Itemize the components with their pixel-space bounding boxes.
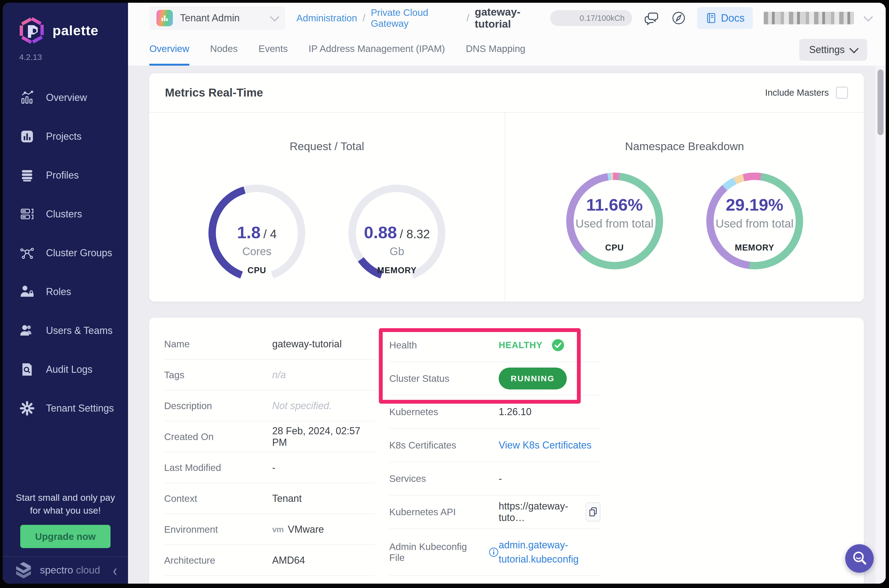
sidebar-item-users-teams[interactable]: Users & Teams <box>3 311 128 350</box>
check-badge-icon <box>552 339 564 351</box>
explore-button[interactable] <box>671 10 686 26</box>
promo-line2: for what you use! <box>3 504 128 517</box>
brand-strong: spectro <box>40 564 73 576</box>
chevron-down-icon <box>270 12 279 22</box>
scope-selector[interactable]: Tenant Admin <box>149 6 285 30</box>
breadcrumb-administration[interactable]: Administration <box>296 13 357 24</box>
cpu-donut-subtitle: Used from total <box>575 217 653 230</box>
admin-kubeconfig-link[interactable]: admin.gateway-tutorial.kubeconfig <box>499 538 627 566</box>
metrics-card-title: Metrics Real-Time <box>165 86 263 99</box>
include-masters-label: Include Masters <box>765 87 829 98</box>
view-k8s-certificates-link[interactable]: View K8s Certificates <box>499 440 592 451</box>
detail-row-services: Services - <box>389 462 601 495</box>
sidebar-item-tenant-settings[interactable]: Tenant Settings <box>3 389 128 428</box>
tab-overview[interactable]: Overview <box>149 33 189 66</box>
sidebar-collapse-chevron[interactable]: ‹ <box>113 561 117 580</box>
copy-button[interactable] <box>586 502 601 522</box>
memory-donut-subtitle: Used from total <box>716 217 793 230</box>
memory-gauge-unit: Gb <box>389 245 404 258</box>
row-label: Health <box>389 340 499 351</box>
row-label: Environment <box>164 524 272 535</box>
support-search-fab[interactable] <box>845 544 874 573</box>
sidebar-item-overview[interactable]: Overview <box>3 78 128 117</box>
sidebar-item-audit-logs[interactable]: Audit Logs <box>3 350 128 389</box>
scope-selector-label: Tenant Admin <box>180 12 240 24</box>
row-label: Last Modified <box>164 462 272 473</box>
detail-row-environment: Environment vm VMware <box>164 514 375 545</box>
copy-icon <box>589 507 598 517</box>
sidebar-item-projects[interactable]: Projects <box>3 117 128 156</box>
upgrade-promo: Start small and only pay for what you us… <box>3 491 128 548</box>
memory-gauge-caption: MEMORY <box>348 266 445 275</box>
main-content: Metrics Real-Time Include Masters Reques… <box>128 66 886 584</box>
row-value: 28 Feb, 2024, 02:57 PM <box>272 425 375 448</box>
info-icon[interactable] <box>489 547 499 557</box>
breadcrumb: Administration / Private Cloud Gateway /… <box>296 6 550 30</box>
detail-row-k8s-certificates: K8s Certificates View K8s Certificates <box>389 429 601 462</box>
detail-row-last-modified: Last Modified - <box>164 452 375 483</box>
sidebar-item-label: Tenant Settings <box>46 403 114 414</box>
compass-icon <box>671 10 686 26</box>
row-label: Name <box>164 339 272 350</box>
clusters-server-icon <box>20 207 35 222</box>
breadcrumb-private-cloud-gateway[interactable]: Private Cloud Gateway <box>371 7 461 29</box>
tab-ipam[interactable]: IP Address Management (IPAM) <box>309 33 445 66</box>
settings-button[interactable]: Settings <box>799 39 867 61</box>
sidebar-item-label: Cluster Groups <box>46 247 112 259</box>
memory-request-gauge: 0.88/ 8.32 Gb MEMORY <box>348 184 445 281</box>
scrollbar-thumb[interactable] <box>877 69 883 135</box>
upgrade-now-button[interactable]: Upgrade now <box>20 525 111 548</box>
detail-row-description: Description Not specified. <box>164 390 375 422</box>
promo-line1: Start small and only pay <box>3 491 128 504</box>
cluster-status-value: RUNNING <box>499 368 601 390</box>
detail-row-kubernetes: Kubernetes 1.26.10 <box>389 396 601 429</box>
book-icon <box>706 12 717 24</box>
feedback-button[interactable] <box>643 10 660 27</box>
sidebar-item-label: Roles <box>46 286 71 297</box>
cpu-donut-caption: CPU <box>605 243 624 253</box>
cpu-request-gauge: 1.8/ 4 Cores CPU <box>209 184 305 281</box>
include-masters-checkbox[interactable] <box>836 87 848 99</box>
cpu-gauge-value: 1.8/ 4 <box>237 223 276 242</box>
request-total-title: Request / Total <box>149 140 505 153</box>
tab-bar: Overview Nodes Events IP Address Managem… <box>128 33 886 66</box>
row-label: Created On <box>164 431 272 442</box>
settings-button-label: Settings <box>809 44 845 56</box>
sidebar-item-label: Audit Logs <box>46 364 92 375</box>
tab-events[interactable]: Events <box>258 33 288 66</box>
namespace-breakdown-title: Namespace Breakdown <box>505 140 864 153</box>
chevron-down-icon[interactable] <box>863 12 873 22</box>
sidebar-item-roles[interactable]: Roles <box>3 272 128 311</box>
running-status-badge: RUNNING <box>499 368 567 390</box>
row-value: gateway-tutorial <box>272 338 375 350</box>
gear-icon <box>20 401 35 416</box>
tab-dns-mapping[interactable]: DNS Mapping <box>466 33 526 66</box>
row-value: vm VMware <box>272 524 375 535</box>
brand-light: cloud <box>76 564 100 576</box>
row-value: Tenant <box>272 493 375 504</box>
sidebar-item-label: Projects <box>46 131 81 142</box>
row-label: Context <box>164 493 272 504</box>
magnifier-smile-icon <box>850 549 868 567</box>
user-menu-redacted[interactable] <box>764 12 854 24</box>
row-value: 1.26.10 <box>499 406 601 418</box>
sidebar-item-profiles[interactable]: Profiles <box>3 156 128 195</box>
docs-button[interactable]: Docs <box>697 7 753 29</box>
detail-row-health: Health HEALTHY <box>389 329 601 362</box>
chat-bubbles-icon <box>643 10 660 27</box>
row-label: Kubernetes API <box>389 507 499 518</box>
memory-namespace-donut: 29.19% Used from total MEMORY <box>706 172 803 269</box>
sidebar-item-label: Clusters <box>46 208 82 220</box>
sidebar-item-clusters[interactable]: Clusters <box>3 195 128 234</box>
cluster-groups-network-icon <box>20 246 35 260</box>
vmware-icon: vm <box>272 525 283 534</box>
detail-row-tags: Tags n/a <box>164 360 375 390</box>
breadcrumb-separator: / <box>467 12 469 24</box>
tab-nodes[interactable]: Nodes <box>210 33 238 66</box>
sidebar-item-cluster-groups[interactable]: Cluster Groups <box>3 234 128 272</box>
detail-row-admin-kubeconfig: Admin Kubeconfig File admin.gateway-tuto… <box>389 529 601 576</box>
sidebar: palette 4.2.13 Overview Projects <box>3 3 128 584</box>
row-label: Architecture <box>164 555 272 566</box>
breadcrumb-current: gateway-tutorial <box>475 6 550 30</box>
scrollbar-track[interactable] <box>875 66 886 584</box>
